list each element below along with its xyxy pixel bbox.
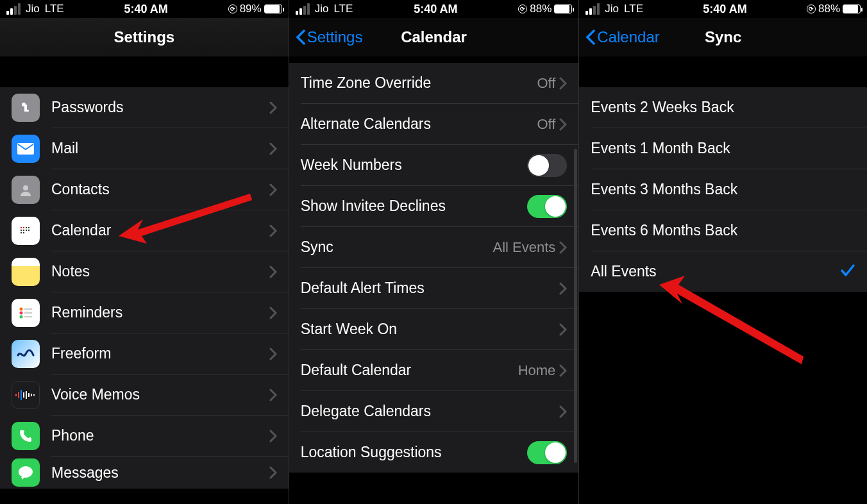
status-bar: Jio LTE 5:40 AM ⟳ 89% xyxy=(0,0,289,18)
battery-percent: 88% xyxy=(530,3,551,15)
row-mail[interactable]: Mail xyxy=(0,128,289,169)
toggle-week-numbers[interactable] xyxy=(527,154,567,177)
row-alternate-calendars[interactable]: Alternate Calendars Off xyxy=(289,104,579,144)
svg-rect-23 xyxy=(21,390,22,400)
rotation-lock-icon: ⟳ xyxy=(228,4,237,13)
svg-rect-26 xyxy=(28,393,29,397)
row-label: Time Zone Override xyxy=(301,74,537,92)
chevron-right-icon xyxy=(269,389,277,401)
svg-rect-2 xyxy=(24,110,29,112)
row-delegate-calendars[interactable]: Delegate Calendars xyxy=(289,391,579,432)
mail-icon xyxy=(12,135,40,163)
scroll-indicator[interactable] xyxy=(574,149,577,463)
svg-rect-19 xyxy=(24,312,32,314)
nav-bar: Settings xyxy=(0,18,289,56)
toggle-show-invitee-declines[interactable] xyxy=(527,195,567,218)
svg-rect-20 xyxy=(24,316,32,317)
key-icon xyxy=(12,94,40,122)
option-1-month[interactable]: Events 1 Month Back xyxy=(579,128,867,169)
chevron-right-icon xyxy=(269,142,277,155)
chevron-right-icon xyxy=(559,241,567,254)
svg-rect-21 xyxy=(15,394,17,396)
row-label: Mail xyxy=(51,140,269,157)
chevron-right-icon xyxy=(269,466,277,479)
row-passwords[interactable]: Passwords xyxy=(0,87,289,128)
row-label: Notes xyxy=(51,263,269,280)
row-reminders[interactable]: Reminders xyxy=(0,292,289,333)
back-label: Calendar xyxy=(597,28,659,46)
row-start-week-on[interactable]: Start Week On xyxy=(289,309,579,349)
option-label: Events 3 Months Back xyxy=(591,181,855,198)
row-label: Default Alert Times xyxy=(301,280,560,297)
notes-icon xyxy=(12,258,40,286)
chevron-left-icon xyxy=(296,29,306,45)
back-button[interactable]: Settings xyxy=(289,28,363,46)
calendar-icon xyxy=(12,217,40,245)
checkmark-icon xyxy=(840,264,855,280)
option-all-events[interactable]: All Events xyxy=(579,251,867,292)
svg-rect-25 xyxy=(26,391,27,399)
chevron-right-icon xyxy=(559,405,567,418)
svg-rect-12 xyxy=(28,230,29,231)
toggle-location-suggestions[interactable] xyxy=(527,441,567,464)
row-default-alert-times[interactable]: Default Alert Times xyxy=(289,268,579,308)
row-notes[interactable]: Notes xyxy=(0,251,289,292)
svg-rect-10 xyxy=(23,230,24,231)
svg-rect-5 xyxy=(21,227,22,228)
row-sync[interactable]: Sync All Events xyxy=(289,227,579,267)
carrier-label: Jio xyxy=(605,3,619,15)
row-calendar[interactable]: Calendar xyxy=(0,210,289,251)
row-freeform[interactable]: Freeform xyxy=(0,333,289,374)
row-phone[interactable]: Phone xyxy=(0,416,289,456)
svg-rect-7 xyxy=(26,227,27,228)
svg-rect-18 xyxy=(24,308,32,310)
time-label: 5:40 AM xyxy=(353,3,518,16)
option-2-weeks[interactable]: Events 2 Weeks Back xyxy=(579,87,867,128)
freeform-icon xyxy=(12,340,40,368)
chevron-right-icon xyxy=(559,77,567,90)
svg-rect-13 xyxy=(21,232,22,233)
svg-rect-14 xyxy=(23,232,24,233)
nav-bar: Settings Calendar xyxy=(289,18,579,56)
row-value: Off xyxy=(537,75,555,92)
signal-icon xyxy=(296,3,310,15)
svg-point-15 xyxy=(20,307,23,310)
network-label: LTE xyxy=(624,3,643,15)
reminders-icon xyxy=(12,299,40,327)
messages-icon xyxy=(12,458,40,487)
row-label: Voice Memos xyxy=(51,386,269,403)
row-label: Phone xyxy=(51,427,269,444)
svg-rect-6 xyxy=(23,227,24,228)
chevron-right-icon xyxy=(269,307,277,319)
chevron-right-icon xyxy=(269,348,277,360)
chevron-right-icon xyxy=(269,430,277,442)
row-location-suggestions[interactable]: Location Suggestions xyxy=(289,432,579,473)
row-contacts[interactable]: Contacts xyxy=(0,169,289,210)
row-time-zone-override[interactable]: Time Zone Override Off xyxy=(289,63,579,103)
row-messages[interactable]: Messages xyxy=(0,457,289,489)
row-default-calendar[interactable]: Default Calendar Home xyxy=(289,350,579,391)
row-week-numbers[interactable]: Week Numbers xyxy=(289,145,579,185)
back-button[interactable]: Calendar xyxy=(579,28,659,46)
row-label: Passwords xyxy=(51,99,269,116)
status-bar: Jio LTE 5:40 AM ⟳ 88% xyxy=(579,0,867,18)
battery-percent: 89% xyxy=(240,3,262,15)
calendar-settings-list: Time Zone Override Off Alternate Calenda… xyxy=(289,63,579,473)
svg-rect-28 xyxy=(33,394,35,396)
signal-icon xyxy=(585,3,600,15)
phone-icon xyxy=(12,422,40,450)
chevron-right-icon xyxy=(269,183,277,196)
row-label: Default Calendar xyxy=(301,362,518,379)
chevron-right-icon xyxy=(559,118,567,131)
network-label: LTE xyxy=(333,3,353,15)
row-label: Reminders xyxy=(51,304,269,321)
row-label: Start Week On xyxy=(301,321,560,338)
row-voice-memos[interactable]: Voice Memos xyxy=(0,374,289,415)
row-show-invitee-declines[interactable]: Show Invitee Declines xyxy=(289,186,579,226)
chevron-right-icon xyxy=(559,282,567,295)
row-label: Alternate Calendars xyxy=(301,115,537,133)
option-6-months[interactable]: Events 6 Months Back xyxy=(579,210,867,251)
row-label: Calendar xyxy=(51,222,269,239)
option-3-months[interactable]: Events 3 Months Back xyxy=(579,169,867,210)
svg-rect-24 xyxy=(23,392,24,398)
